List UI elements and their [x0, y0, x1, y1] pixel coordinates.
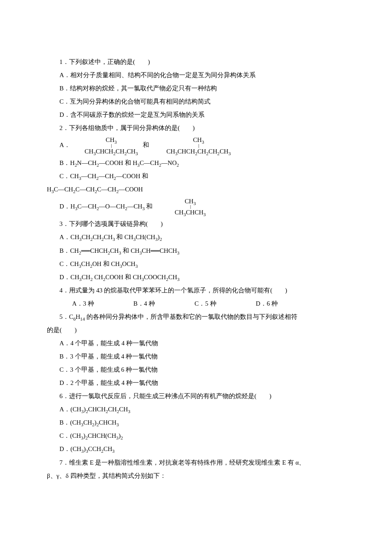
q5-option-d: D．2 个甲基，能生成 4 种一氯代物 — [47, 376, 345, 390]
q4-stem: 4．用式量为 43 的烷基取代甲苯苯环上的一个氢原子，所得的化合物可能有( ) — [47, 284, 345, 297]
q7-stem-line1: 7．维生素 E 是一种脂溶性维生素，对抗衰老等有特殊作用，经研究发现维生素 E … — [47, 456, 345, 469]
q1-option-a: A．相对分子质量相同、结构不同的化合物一定是互为同分异构体关系 — [47, 69, 345, 82]
q2-stem: 2．下列各组物质中，属于同分异构体的是( ) — [47, 121, 345, 135]
q6-option-a: A．(CH3)2CHCH2CH2CH3 — [47, 403, 345, 416]
q2-option-a: A． CH3 | CH3CHCH2CH2CH3 和 CH3 | CH3CHCH2… — [47, 135, 345, 156]
q2-option-c: C．CH3—CH2—CH2—COOH 和 — [47, 170, 345, 183]
q4-options: A．3 种 B．4 种 C．5 种 D．6 种 — [47, 297, 345, 310]
q6-stem: 6．进行一氯取代反应后，只能生成三种沸点不同的有机产物的烷烃是( ) — [47, 390, 345, 403]
q5-stem-line2: 的是( ) — [47, 324, 345, 337]
q4-option-d: D．6 种 — [243, 297, 303, 310]
q2-a-prefix: A． — [60, 142, 71, 148]
q5-option-c: C．3 个甲基，能生成 6 种一氯代物 — [47, 363, 345, 376]
q2-option-c-line2: H3C—CH2C—CH2C—CH2—COOH — [47, 183, 345, 196]
q5-option-a: A．4 个甲基，能生成 4 种一氯代物 — [47, 337, 345, 350]
q6-option-b: B．(CH3CH2)2CHCH3 — [47, 416, 345, 429]
q5-stem-line1: 5．C6H14 的各种同分异构体中，所含甲基数和它的一氯取代物的数目与下列叙述相… — [47, 310, 345, 324]
q3-stem: 3．下列哪个选项属于碳链异构( ) — [47, 217, 345, 231]
q1-option-c: C．互为同分异构体的化合物可能具有相同的结构简式 — [47, 95, 345, 108]
q3-option-d: D．CH3CH2 CH2COOH 和 CH3COOCH2CH3 — [47, 271, 345, 284]
q2-option-b: B．H2N—CH2—COOH 和 H3C—CH2—NO2 — [47, 156, 345, 170]
q7-stem-line2: β、γ、δ 四种类型，其结构简式分别如下： — [47, 469, 345, 483]
q1-stem: 1．下列叙述中，正确的是( ) — [47, 55, 345, 69]
q2-a-formula1: CH3 | CH3CHCH2CH2CH3 — [72, 135, 138, 156]
q3-option-b: B．CH2══CHCH2CH3 和 CH3CH══CHCH3 — [47, 244, 345, 257]
q1-option-b: B．结构对称的烷烃，其一氯取代产物必定只有一种结构 — [47, 82, 345, 95]
q2-option-d: D．H3C—CH2—O—CH2—CH3 和 CH3 | CH3CHCH3 — [47, 196, 345, 217]
q4-option-b: B．4 种 — [121, 297, 180, 310]
q2-d-formula: CH3 | CH3CHCH3 — [162, 196, 206, 217]
q5-option-b: B．3 个甲基，能生成 4 种一氯代物 — [47, 350, 345, 363]
q6-option-d: D．(CH3)3CCH2CH3 — [47, 442, 345, 456]
q4-option-c: C．5 种 — [182, 297, 242, 310]
q4-option-a: A．3 种 — [60, 297, 119, 310]
q1-option-d: D．含不同碳原子数的烷烃一定是互为同系物的关系 — [47, 108, 345, 121]
q3-option-a: A．CH3CH2CH2CH3 和 CH3CH(CH3)2 — [47, 231, 345, 244]
q2-a-formula2: CH3 | CH3CHCH2CH2CH2CH3 — [154, 135, 231, 156]
q6-option-c: C．(CH3)2CHCH(CH3)2 — [47, 429, 345, 442]
q2-a-and: 和 — [143, 142, 149, 148]
q3-option-c: C．CH3CH2OH 和 CH3OCH3 — [47, 257, 345, 271]
